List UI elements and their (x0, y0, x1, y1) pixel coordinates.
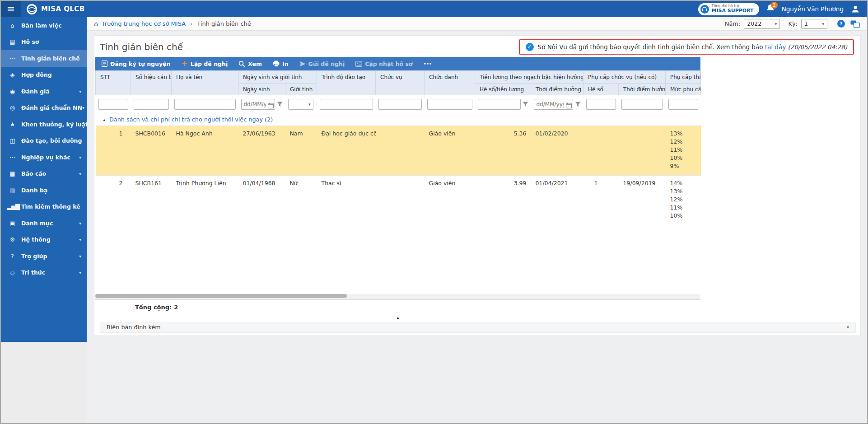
table-row[interactable]: 1 SHCB0016 Hà Ngọc Anh 27/06/1963 Nam Đạ… (96, 126, 701, 176)
group-label: Danh sách và chi phí chi trả cho người t… (109, 116, 273, 123)
sidebar-item-ho-so[interactable]: ▤ Hồ sơ (1, 34, 87, 51)
column-header-allow-date: Thời điểm hưởng (619, 84, 666, 95)
cell-education: Đại học giáo dục cô... (317, 126, 376, 176)
sidebar-item-nghiep-vu-khac[interactable]: ⋯ Nghiệp vụ khác ▾ (1, 149, 87, 166)
filter-position-input[interactable] (378, 99, 422, 110)
calendar-icon[interactable] (268, 102, 274, 110)
cell-code: SHCB161 (131, 176, 172, 225)
cell-position (376, 176, 425, 225)
filter-funnel-icon[interactable] (575, 102, 581, 107)
filter-salary-coef-input[interactable] (478, 99, 521, 110)
cell-gender: Nam (285, 126, 317, 176)
statistics-icon: ▂▅▇ (7, 203, 17, 210)
staff-table: STT Số hiệu cán bộ Họ và tên Ngày sinh v… (95, 70, 701, 225)
breadcrumb-root[interactable]: Trường trung học cơ sở MISA (102, 20, 186, 27)
filter-seniority-input[interactable] (668, 99, 698, 110)
chevron-down-icon: ▾ (771, 22, 777, 26)
column-header-stt: STT (96, 71, 131, 95)
create-proposal-button[interactable]: + Lập đề nghị (181, 60, 228, 68)
notification-badge: 2 (771, 2, 778, 9)
scrollbar-thumb[interactable] (95, 294, 347, 298)
user-icon[interactable] (851, 5, 860, 14)
topbar: ≡ MISA QLCB Tổng đài hỗ trợ MISA SUPPORT… (1, 1, 867, 17)
form-icon (102, 61, 107, 67)
year-label: Năm: (725, 20, 741, 27)
attachment-panel-toggle[interactable]: Biên bản đính kèm ▾ (100, 322, 856, 333)
sidebar-item-danh-ba[interactable]: ▥ Danh bạ (1, 182, 87, 199)
cell-stt: 1 (96, 126, 131, 176)
breadcrumb: ⌂ Trường trung học cơ sở MISA › Tinh giả… (87, 17, 867, 31)
home-icon: ⌂ (7, 22, 17, 29)
profile-card-icon (355, 61, 362, 67)
other-operations-icon: ⋯ (7, 154, 17, 161)
update-profile-button[interactable]: Cập nhật hồ sơ (355, 61, 412, 67)
support-button[interactable]: Tổng đài hỗ trợ MISA SUPPORT (698, 3, 759, 15)
filter-stt-input[interactable] (98, 99, 128, 110)
cell-allow-date: 19/09/2019 (619, 176, 666, 225)
chevron-down-icon: ▾ (818, 22, 824, 26)
sidebar-item-danh-gia-chuan-nn[interactable]: ◎ Đánh giá chuẩn NN ▾ (1, 100, 87, 116)
sidebar-item-tri-thuc[interactable]: ◇ Tri thức ▾ (1, 265, 87, 281)
notification-link[interactable]: tại đây (765, 43, 786, 51)
register-voluntary-button[interactable]: Đăng ký tự nguyện (102, 61, 170, 67)
cell-stt: 2 (96, 176, 131, 225)
filter-allow-date-input[interactable] (621, 99, 663, 110)
filter-funnel-icon[interactable] (277, 102, 283, 107)
table-empty-area (95, 225, 700, 293)
print-button[interactable]: In (273, 61, 289, 67)
sidebar-item-khen-thuong-ky-luat[interactable]: ★ Khen thưởng, kỷ luật (1, 116, 87, 133)
column-header-dob-group: Ngày sinh và giới tính (238, 71, 317, 84)
group-toggle[interactable]: ▴ Danh sách và chi phí chi trả cho người… (103, 116, 700, 123)
sidebar-item-danh-gia[interactable]: ◉ Đánh giá ▾ (1, 83, 87, 100)
cell-education: Thạc sĩ (317, 176, 376, 225)
attachment-label: Biên bản đính kèm (107, 324, 161, 331)
filter-funnel-icon[interactable] (523, 102, 528, 107)
more-actions-button[interactable]: ⋯ (424, 60, 433, 68)
filter-name-input[interactable] (174, 99, 236, 110)
chevron-down-icon: ▾ (79, 237, 87, 242)
help-icon: ? (7, 253, 17, 260)
content-panel: Tinh giản biên chế ✓ Sở Nội Vụ đã gửi th… (94, 35, 861, 336)
send-proposal-button[interactable]: Gửi đề nghị (299, 61, 345, 67)
sidebar-item-bao-cao[interactable]: ▦ Báo cáo ▾ (1, 166, 87, 182)
sidebar-item-dao-tao-boi-duong[interactable]: ◫ Đào tạo, bồi dưỡng (1, 133, 87, 149)
help-button[interactable]: ? (837, 20, 845, 28)
plus-icon: + (181, 60, 187, 68)
menu-toggle-button[interactable]: ≡ (1, 1, 21, 17)
hamburger-icon: ≡ (7, 4, 15, 14)
sidebar-item-hop-dong[interactable]: ◈ Hợp đồng (1, 67, 87, 84)
sidebar-item-ban-lam-viec[interactable]: ⌂ Bàn làm việc (1, 17, 87, 34)
column-header-allow-coef: Hệ số (583, 84, 619, 95)
filter-code-input[interactable] (134, 99, 169, 110)
column-header-seniority-group: Phụ cấp thâm (666, 71, 701, 84)
period-select[interactable]: 1 ▾ (801, 19, 827, 29)
column-header-salary-coef: Hệ số/tiền lương (475, 84, 531, 95)
chevron-down-icon: ▾ (79, 270, 87, 275)
panel-splitter[interactable]: ▴ (95, 315, 700, 319)
calendar-icon[interactable] (566, 102, 572, 110)
cell-allow-date (619, 126, 666, 176)
table-row[interactable]: 2 SHCB161 Trịnh Phương Liên 01/04/1968 N… (96, 176, 701, 225)
sidebar-item-tro-giup[interactable]: ? Trợ giúp ▾ (1, 248, 87, 265)
filter-allow-coef-input[interactable] (586, 99, 616, 110)
filter-education-input[interactable] (320, 99, 373, 110)
notifications-button[interactable]: 2 (766, 4, 775, 14)
sidebar-item-tinh-gian-bien-che[interactable]: ⋯ Tinh giản biên chế (1, 50, 87, 67)
view-button[interactable]: Xem (238, 61, 262, 67)
filter-job-title-input[interactable] (427, 99, 472, 110)
screen-share-icon[interactable] (850, 20, 860, 28)
headset-icon (700, 5, 709, 14)
horizontal-scrollbar[interactable] (95, 294, 700, 299)
sidebar-item-danh-muc[interactable]: ▣ Danh mục ▾ (1, 215, 87, 232)
year-select[interactable]: 2022 ▾ (744, 19, 780, 29)
home-icon[interactable]: ⌂ (94, 20, 98, 28)
filter-gender-select[interactable]: ▾ (288, 99, 313, 110)
cell-dob: 01/04/1968 (238, 176, 285, 225)
column-header-code: Số hiệu cán bộ (131, 71, 172, 95)
app-logo[interactable]: MISA QLCB (26, 4, 85, 15)
sidebar: ⌂ Bàn làm việc ▤ Hồ sơ ⋯ Tinh giản biên … (1, 17, 87, 342)
sidebar-item-he-thong[interactable]: ⚙ Hệ thống ▾ (1, 232, 87, 248)
chevron-down-icon: ▾ (308, 102, 311, 107)
cell-dob: 27/06/1963 (238, 126, 285, 176)
sidebar-item-tim-kiem-thong-ke[interactable]: ▂▅▇ Tìm kiếm thống kê (1, 199, 87, 215)
